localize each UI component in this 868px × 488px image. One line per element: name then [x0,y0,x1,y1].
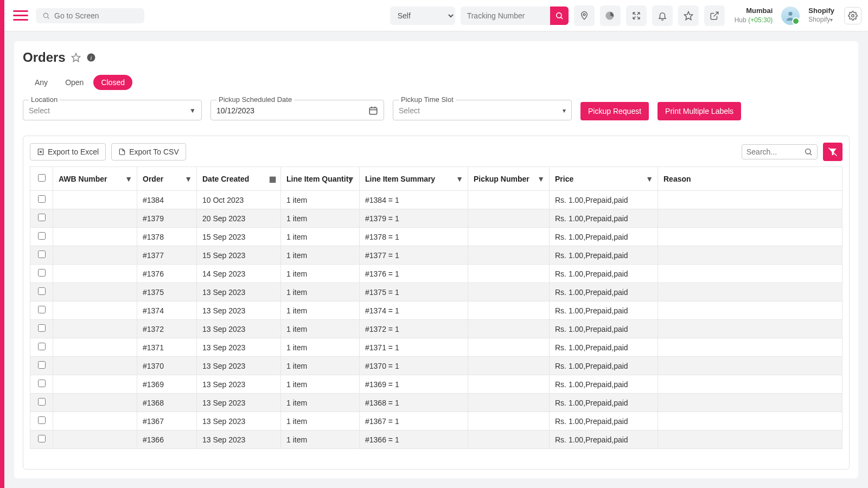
cell-pickup [468,338,550,357]
pickup-date-input[interactable]: Pickup Scheduled Date 10/12/2023 [210,100,384,120]
clear-filters-button[interactable] [823,143,843,161]
cell-summary: #1370 = 1 [360,357,468,375]
filter-icon[interactable]: ▼ [347,175,355,183]
table-row[interactable]: #137413 Sep 20231 item#1374 = 1Rs. 1.00,… [30,301,843,320]
location-pin-button[interactable] [574,5,595,26]
table-row[interactable]: #137920 Sep 20231 item#1379 = 1Rs. 1.00,… [30,209,843,228]
table-row[interactable]: #136713 Sep 20231 item#1367 = 1Rs. 1.00,… [30,412,843,431]
svg-line-1 [48,17,49,18]
row-checkbox[interactable] [38,251,46,258]
row-checkbox[interactable] [38,435,46,442]
slot-label: Pickup Time Slot [399,95,456,104]
select-all-checkbox[interactable] [38,174,46,182]
table-search[interactable] [742,144,818,159]
table-row[interactable]: #136613 Sep 20231 item#1366 = 1Rs. 1.00,… [30,431,843,449]
csv-icon [118,148,126,156]
cell-qty: 1 item [281,301,360,320]
tab-open[interactable]: Open [58,75,91,90]
row-checkbox[interactable] [38,416,46,424]
tab-closed[interactable]: Closed [93,75,132,90]
cell-date: 13 Sep 2023 [197,412,281,431]
cell-summary: #1378 = 1 [360,228,468,246]
external-link-button[interactable] [704,5,725,26]
row-checkbox[interactable] [38,287,46,295]
filter-icon[interactable]: ▼ [184,175,192,183]
print-labels-button[interactable]: Print Multiple Labels [658,102,741,120]
row-checkbox[interactable] [38,269,46,277]
row-checkbox[interactable] [38,232,46,240]
cell-reason [658,246,843,265]
cell-date: 13 Sep 2023 [197,338,281,357]
filter-icon[interactable]: ▼ [537,175,545,183]
table-row[interactable]: #137513 Sep 20231 item#1375 = 1Rs. 1.00,… [30,283,843,301]
col-summary: Line Item Summary▼ [360,167,468,191]
row-checkbox[interactable] [38,306,46,313]
cell-qty: 1 item [281,228,360,246]
search-screen-input[interactable] [54,11,138,20]
cell-awb [53,375,137,394]
filter-icon[interactable]: ▼ [646,175,653,183]
cell-reason [658,394,843,412]
cell-qty: 1 item [281,375,360,394]
export-csv-button[interactable]: Export To CSV [111,143,186,160]
cell-order: #1378 [137,228,197,246]
row-checkbox[interactable] [38,214,46,221]
cell-price: Rs. 1.00,Prepaid,paid [550,375,658,394]
row-checkbox[interactable] [38,361,46,369]
bell-button[interactable] [652,5,673,26]
star-button[interactable] [678,5,699,26]
expand-button[interactable] [626,5,647,26]
cell-price: Rs. 1.00,Prepaid,paid [550,394,658,412]
table-row[interactable]: #138410 Oct 20231 item#1384 = 1Rs. 1.00,… [30,191,843,209]
pickup-request-button[interactable]: Pickup Request [580,102,649,120]
row-checkbox[interactable] [38,324,46,332]
table-row[interactable]: #137013 Sep 20231 item#1370 = 1Rs. 1.00,… [30,357,843,375]
tracking-search-button[interactable] [550,7,569,25]
info-icon[interactable]: i [86,53,96,62]
search-screen[interactable] [36,8,144,23]
table-row[interactable]: #137715 Sep 20231 item#1377 = 1Rs. 1.00,… [30,246,843,265]
table-row[interactable]: #137815 Sep 20231 item#1378 = 1Rs. 1.00,… [30,228,843,246]
cell-date: 10 Oct 2023 [197,191,281,209]
row-checkbox[interactable] [38,195,46,203]
cell-order: #1371 [137,338,197,357]
row-checkbox[interactable] [38,343,46,350]
row-checkbox[interactable] [38,380,46,387]
cell-date: 20 Sep 2023 [197,209,281,228]
tab-any[interactable]: Any [27,75,55,90]
pickup-slot-select[interactable]: Pickup Time Slot Select ▾ [393,100,572,120]
cell-date: 13 Sep 2023 [197,320,281,338]
table-row[interactable]: #136913 Sep 20231 item#1369 = 1Rs. 1.00,… [30,375,843,394]
star-icon[interactable] [71,53,81,62]
settings-button[interactable] [844,7,861,24]
user-meta[interactable]: Shopify Shopify▾ [808,7,834,24]
cell-awb [53,320,137,338]
table-row[interactable]: #136813 Sep 20231 item#1368 = 1Rs. 1.00,… [30,394,843,412]
cell-reason [658,191,843,209]
filter-icon[interactable]: ▼ [125,175,132,183]
cell-date: 13 Sep 2023 [197,301,281,320]
table-search-input[interactable] [746,147,801,156]
cell-summary: #1366 = 1 [360,431,468,449]
cell-awb [53,265,137,283]
row-checkbox[interactable] [38,398,46,406]
location-select[interactable]: Location Select ▼ [23,100,202,120]
cell-date: 13 Sep 2023 [197,283,281,301]
cell-qty: 1 item [281,209,360,228]
cell-qty: 1 item [281,431,360,449]
tracking-input[interactable] [461,7,550,25]
page-title: Orders [23,50,66,65]
calendar-icon[interactable]: ▦ [269,175,276,183]
export-excel-button[interactable]: Export to Excel [30,143,106,160]
self-select[interactable]: Self [390,7,455,25]
cell-reason [658,375,843,394]
menu-button[interactable] [11,7,30,24]
cell-pickup [468,228,550,246]
table-row[interactable]: #137113 Sep 20231 item#1371 = 1Rs. 1.00,… [30,338,843,357]
table-row[interactable]: #137213 Sep 20231 item#1372 = 1Rs. 1.00,… [30,320,843,338]
avatar[interactable] [781,7,800,25]
pie-chart-button[interactable] [600,5,621,26]
cell-order: #1366 [137,431,197,449]
filter-icon[interactable]: ▼ [456,175,463,183]
table-row[interactable]: #137614 Sep 20231 item#1376 = 1Rs. 1.00,… [30,265,843,283]
